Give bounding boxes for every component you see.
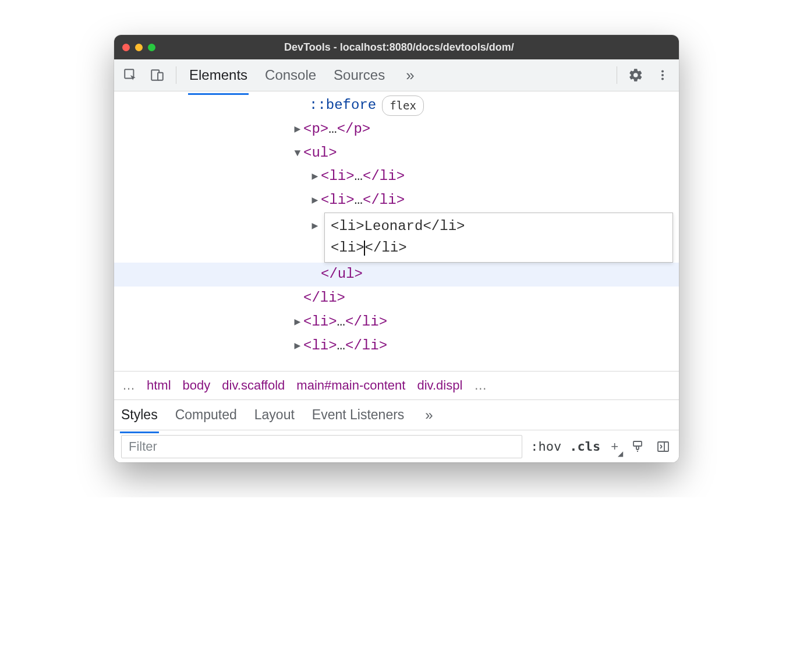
- dom-node-li[interactable]: <li>…</li>: [114, 165, 679, 189]
- toolbar-divider: [617, 66, 617, 84]
- stab-layout[interactable]: Layout: [253, 402, 296, 427]
- window-title: DevTools - localhost:8080/docs/devtools/…: [128, 41, 671, 54]
- new-style-rule-button[interactable]: +◢: [608, 439, 621, 454]
- svg-point-3: [661, 70, 664, 73]
- titlebar: DevTools - localhost:8080/docs/devtools/…: [114, 35, 679, 59]
- stab-styles[interactable]: Styles: [120, 402, 159, 427]
- device-toggle-icon[interactable]: [146, 63, 169, 87]
- devtools-window: DevTools - localhost:8080/docs/devtools/…: [114, 35, 679, 462]
- cls-toggle[interactable]: .cls: [569, 439, 600, 454]
- svg-point-5: [661, 77, 664, 80]
- toggle-sidebar-icon[interactable]: [654, 438, 672, 455]
- more-stabs-button[interactable]: »: [420, 407, 437, 423]
- pseudo-label: ::before: [309, 94, 376, 118]
- dropdown-caret-icon: ◢: [618, 450, 623, 458]
- main-toolbar: Elements Console Sources »: [114, 59, 679, 91]
- toolbar-divider: [176, 66, 176, 84]
- svg-rect-7: [658, 442, 668, 451]
- stab-event-listeners[interactable]: Event Listeners: [311, 402, 406, 427]
- settings-gear-icon[interactable]: [624, 63, 647, 87]
- styles-tabs: Styles Computed Layout Event Listeners »: [114, 400, 679, 430]
- dom-pseudo-before[interactable]: ::before flex: [114, 94, 679, 118]
- edit-line: <li>Leonard</li>: [331, 215, 667, 237]
- main-tabs: Elements Console Sources »: [183, 61, 610, 89]
- svg-point-4: [661, 74, 664, 76]
- dom-breadcrumb[interactable]: … html body div.scaffold main#main-conte…: [114, 371, 679, 400]
- collapse-arrow-icon[interactable]: [292, 144, 303, 162]
- breadcrumb-ellipsis[interactable]: …: [122, 378, 135, 393]
- breadcrumb-item[interactable]: div.scaffold: [222, 378, 285, 393]
- expand-arrow-icon[interactable]: [309, 217, 321, 235]
- breadcrumb-item[interactable]: div.displ: [417, 378, 462, 393]
- dom-node-li-close[interactable]: </li>: [114, 287, 679, 310]
- styles-filter-input[interactable]: [121, 435, 522, 458]
- edit-line: <li></li>: [331, 237, 667, 259]
- svg-rect-6: [633, 441, 642, 446]
- inspect-element-icon[interactable]: [119, 63, 142, 87]
- breadcrumb-item: body: [183, 378, 211, 393]
- tab-sources[interactable]: Sources: [332, 61, 386, 89]
- expand-arrow-icon[interactable]: [309, 168, 321, 186]
- tab-elements[interactable]: Elements: [188, 61, 249, 89]
- flex-badge[interactable]: flex: [382, 96, 424, 115]
- dom-node-edit[interactable]: <li>Leonard</li> <li></li>: [114, 213, 679, 263]
- html-edit-box[interactable]: <li>Leonard</li> <li></li>: [324, 213, 673, 263]
- hov-toggle[interactable]: :hov: [530, 439, 561, 454]
- dom-node-p[interactable]: <p>…</p>: [114, 118, 679, 142]
- dom-node-li[interactable]: <li>…</li>: [114, 334, 679, 358]
- breadcrumb-ellipsis: …: [474, 378, 487, 393]
- expand-arrow-icon[interactable]: [292, 313, 303, 331]
- breadcrumb-item[interactable]: main#main-content: [296, 378, 405, 393]
- stab-computed[interactable]: Computed: [174, 402, 238, 427]
- dom-node-ul-close[interactable]: </ul>: [114, 263, 679, 287]
- paint-brush-icon[interactable]: [629, 438, 646, 455]
- tab-console[interactable]: Console: [264, 61, 317, 89]
- expand-arrow-icon[interactable]: [309, 192, 321, 210]
- breadcrumb-item: html: [147, 378, 171, 393]
- dom-tree[interactable]: ::before flex <p>…</p> <ul> <li>…</li> <…: [114, 91, 679, 371]
- dom-node-ul[interactable]: <ul>: [114, 142, 679, 165]
- styles-filter-row: :hov .cls +◢: [114, 430, 679, 462]
- kebab-menu-icon[interactable]: [651, 63, 674, 87]
- dom-node-li[interactable]: <li>…</li>: [114, 310, 679, 334]
- expand-arrow-icon[interactable]: [292, 337, 303, 355]
- more-tabs-button[interactable]: »: [401, 66, 419, 84]
- svg-rect-2: [158, 73, 163, 80]
- dom-node-li[interactable]: <li>…</li>: [114, 189, 679, 213]
- expand-arrow-icon[interactable]: [292, 121, 303, 139]
